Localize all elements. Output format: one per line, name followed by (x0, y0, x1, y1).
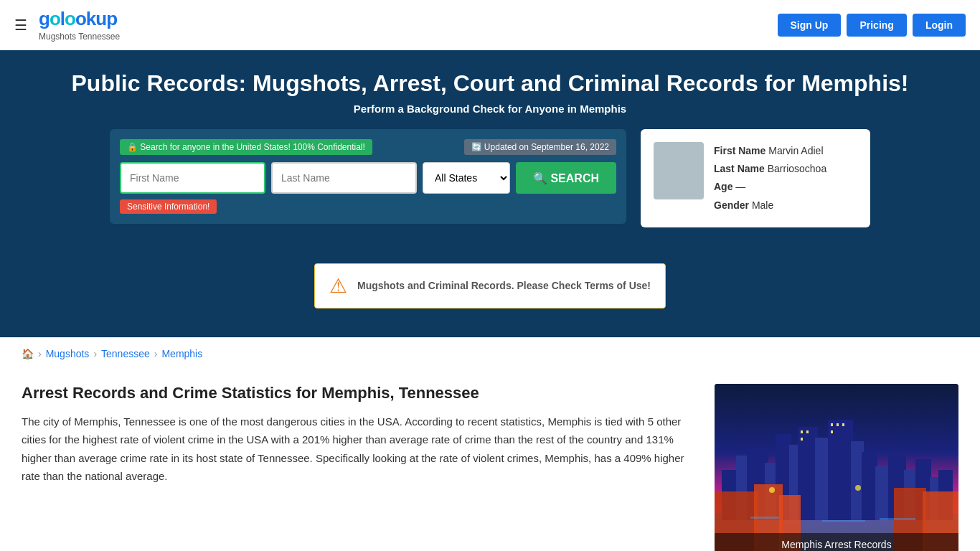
city-image-caption: Memphis Arrest Records (715, 533, 958, 551)
age-label: Age (714, 181, 732, 192)
profile-info: First Name Marvin Adiel Last Name Barrio… (714, 142, 826, 215)
warning-icon: ⚠ (329, 274, 347, 298)
content-left: Arrest Records and Crime Statistics for … (22, 384, 693, 486)
last-name-row: Last Name Barriosochoa (714, 160, 826, 178)
updated-notice: 🔄 Updated on September 16, 2022 (464, 139, 616, 155)
breadcrumb-sep-3: › (154, 348, 158, 359)
breadcrumb-mugshots[interactable]: Mugshots (46, 348, 90, 359)
sensitive-badge: Sensitive Information! (120, 199, 217, 214)
breadcrumb-section: 🏠 › Mugshots › Tennessee › Memphis (0, 337, 980, 369)
warning-section: ⚠ Mugshots and Criminal Records. Please … (0, 249, 980, 337)
content-right: Memphis Arrest Records (715, 384, 958, 551)
last-name-label: Last Name (714, 163, 765, 174)
hamburger-menu-icon[interactable]: ☰ (14, 17, 27, 34)
gender-label: Gender (714, 199, 749, 211)
logo-text: golookup (39, 8, 120, 30)
hero-title: Public Records: Mugshots, Arrest, Court … (14, 70, 966, 97)
main-content: Arrest Records and Crime Statistics for … (0, 369, 980, 551)
breadcrumb-memphis[interactable]: Memphis (161, 348, 202, 359)
svg-rect-35 (880, 518, 915, 520)
state-select[interactable]: All States Alabama Tennessee Texas (423, 162, 510, 194)
confidential-notice: 🔒 Search for anyone in the United States… (120, 139, 372, 155)
last-name-input[interactable] (271, 162, 417, 194)
content-body: The city of Memphis, Tennessee is one of… (22, 413, 693, 486)
breadcrumb: 🏠 › Mugshots › Tennessee › Memphis (22, 348, 958, 359)
search-box: 🔒 Search for anyone in the United States… (110, 129, 626, 224)
svg-rect-19 (801, 430, 803, 433)
city-skyline-svg (715, 384, 958, 551)
svg-rect-33 (750, 517, 779, 519)
svg-rect-21 (801, 438, 803, 441)
header: ☰ golookup Mugshots Tennessee Sign Up Pr… (0, 0, 980, 50)
svg-rect-10 (828, 420, 853, 520)
svg-rect-13 (875, 466, 890, 520)
hero-subtitle: Perform a Background Check for Anyone in… (14, 103, 966, 115)
city-image: Memphis Arrest Records (715, 384, 958, 551)
logo-subtitle: Mugshots Tennessee (39, 32, 120, 42)
header-left: ☰ golookup Mugshots Tennessee (14, 8, 120, 42)
first-name-row: First Name Marvin Adiel (714, 142, 826, 160)
age-row: Age — (714, 178, 826, 196)
svg-point-31 (769, 487, 775, 493)
search-button[interactable]: 🔍 SEARCH (516, 162, 616, 194)
hero-banner: Public Records: Mugshots, Arrest, Court … (0, 50, 980, 129)
svg-point-32 (855, 485, 861, 491)
svg-rect-24 (842, 423, 844, 426)
svg-rect-20 (806, 430, 809, 433)
svg-rect-9 (815, 438, 829, 520)
first-name-value: Marvin Adiel (768, 145, 823, 156)
svg-rect-8 (798, 427, 818, 520)
breadcrumb-home[interactable]: 🏠 (22, 348, 34, 359)
logo: golookup Mugshots Tennessee (39, 8, 120, 42)
search-notices: 🔒 Search for anyone in the United States… (120, 139, 616, 155)
search-inputs: All States Alabama Tennessee Texas 🔍 SEA… (120, 162, 616, 194)
svg-rect-12 (862, 452, 877, 520)
svg-rect-23 (837, 423, 839, 426)
first-name-label: First Name (714, 145, 765, 156)
gender-value: Male (752, 199, 773, 211)
warning-text: Mugshots and Criminal Records. Please Ch… (357, 280, 651, 291)
content-heading: Arrest Records and Crime Statistics for … (22, 384, 693, 402)
signup-button[interactable]: Sign Up (778, 14, 842, 37)
pricing-button[interactable]: Pricing (847, 14, 906, 37)
gender-row: Gender Male (714, 197, 826, 215)
age-value: — (735, 181, 745, 192)
svg-rect-25 (831, 430, 833, 433)
warning-bar: ⚠ Mugshots and Criminal Records. Please … (314, 263, 666, 309)
warning-wrapper: ⚠ Mugshots and Criminal Records. Please … (0, 249, 980, 323)
breadcrumb-sep-1: › (38, 348, 42, 359)
last-name-value: Barriosochoa (768, 163, 827, 174)
login-button[interactable]: Login (913, 14, 966, 37)
breadcrumb-sep-2: › (93, 348, 97, 359)
city-image-placeholder (715, 384, 958, 551)
header-right: Sign Up Pricing Login (778, 14, 966, 37)
svg-rect-22 (831, 423, 833, 426)
profile-card: First Name Marvin Adiel Last Name Barrio… (641, 129, 870, 227)
search-section: 🔒 Search for anyone in the United States… (0, 129, 980, 249)
svg-rect-34 (822, 520, 865, 522)
profile-avatar (654, 142, 704, 199)
first-name-input[interactable] (120, 162, 265, 194)
breadcrumb-tennessee[interactable]: Tennessee (101, 348, 150, 359)
